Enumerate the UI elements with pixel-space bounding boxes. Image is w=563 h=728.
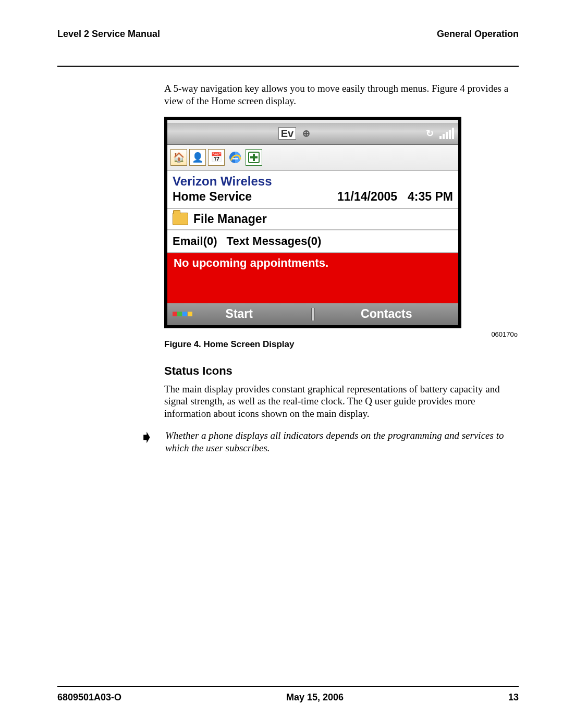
home-icon[interactable]: 🏠 — [170, 149, 187, 166]
header-left: Level 2 Service Manual — [57, 29, 160, 40]
figure-4: Ev ⊕ ↻ 🏠 👤 📅 — [164, 117, 519, 350]
appointments-text: No upcoming appointments. — [174, 256, 328, 270]
contacts-icon[interactable]: 👤 — [189, 149, 206, 166]
svg-rect-3 — [250, 156, 258, 158]
footer-page-number: 13 — [508, 692, 519, 703]
softkey-divider — [311, 308, 315, 320]
messaging-row[interactable]: Email(0) Text Messages(0) — [167, 230, 458, 253]
ev-icon: Ev — [278, 127, 296, 140]
status-bar: Ev ⊕ ↻ — [167, 120, 458, 145]
page-header: Level 2 Service Manual General Operation — [57, 29, 519, 40]
content-column: A 5-way navigation key allows you to mov… — [164, 82, 519, 454]
footer-date: May 15, 2006 — [286, 692, 344, 703]
carrier-info: Verizon Wireless Home Service 11/14/2005… — [167, 171, 458, 209]
service-label: Home Service — [173, 190, 252, 204]
file-manager-label: File Manager — [193, 212, 267, 226]
carrier-name: Verizon Wireless — [173, 174, 453, 189]
softkey-contacts[interactable]: Contacts — [315, 307, 459, 321]
sync-icon: ↻ — [423, 127, 436, 140]
time-label: 4:35 PM — [408, 190, 453, 204]
folder-icon — [173, 213, 188, 225]
email-count: Email(0) — [173, 235, 217, 248]
signal-icon — [439, 128, 454, 139]
file-manager-row[interactable]: File Manager — [167, 209, 458, 230]
phone-screen: Ev ⊕ ↻ 🏠 👤 📅 — [164, 117, 461, 328]
status-icons-paragraph: The main display provides constant graph… — [164, 383, 519, 420]
internet-explorer-icon[interactable] — [227, 149, 243, 166]
header-right: General Operation — [437, 29, 519, 40]
intro-paragraph: A 5-way navigation key allows you to mov… — [164, 82, 519, 107]
softkey-bar: Start Contacts — [167, 303, 458, 325]
add-program-icon[interactable] — [246, 149, 262, 166]
note-block: ➧ Whether a phone displays all indicator… — [164, 429, 519, 454]
figure-id: 060170o — [164, 330, 518, 338]
date-label: 11/14/2005 — [337, 190, 397, 204]
appointments-row[interactable]: No upcoming appointments. — [167, 253, 458, 303]
text-messages-count: Text Messages(0) — [227, 235, 322, 248]
note-text: Whether a phone displays all indicators … — [165, 429, 519, 454]
section-title-status-icons: Status Icons — [164, 364, 519, 378]
calendar-icon[interactable]: 📅 — [208, 149, 225, 166]
shortcut-bar: 🏠 👤 📅 — [167, 145, 458, 171]
footer-doc-number: 6809501A03-O — [57, 692, 121, 703]
footer-rule — [57, 686, 519, 687]
windows-flag-icon — [173, 312, 192, 316]
gps-target-icon: ⊕ — [299, 127, 313, 140]
page-footer: 6809501A03-O May 15, 2006 13 — [57, 686, 519, 703]
figure-caption: Figure 4. Home Screen Display — [164, 339, 519, 350]
header-rule — [57, 66, 519, 67]
manual-page: Level 2 Service Manual General Operation… — [0, 0, 563, 728]
note-pointer-icon: ➧ — [139, 428, 154, 446]
